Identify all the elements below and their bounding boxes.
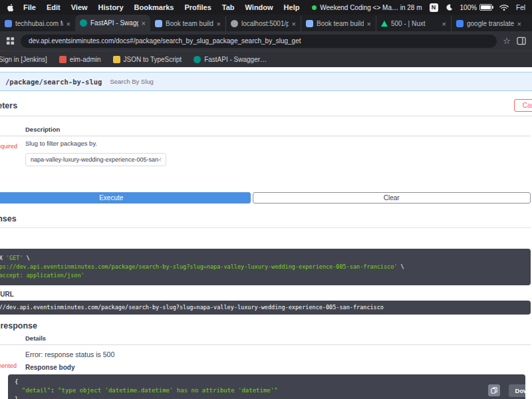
meeting-status[interactable]: Weekend Coding <> Ma… in 28 m [312, 4, 422, 11]
tab-search-grid-icon[interactable] [6, 37, 15, 45]
download-response-button[interactable]: Download [509, 384, 525, 397]
copy-response-button[interactable] [488, 384, 500, 396]
tab-techhubai-mail[interactable]: techhubai.com Mail × [0, 16, 75, 31]
cancel-button[interactable]: Cancel [514, 99, 532, 112]
battery-status[interactable]: 100% [460, 4, 493, 11]
bookmark-label: eim-admin [70, 56, 101, 63]
bookmark-label: JSON to TypeScript [124, 56, 182, 63]
menu-bookmarks[interactable]: Bookmarks [134, 3, 174, 11]
menubar-menus: File Edit View History Bookmarks Profile… [23, 3, 299, 11]
battery-icon [479, 4, 492, 11]
tab-title: google translate - [467, 20, 514, 27]
tab-title: Book team building [166, 20, 213, 27]
menu-window[interactable]: Window [245, 3, 273, 11]
parameters-title: Parameters [0, 101, 17, 110]
curl-line: curl -X 'GET' \ [0, 254, 524, 263]
tab-google-translate[interactable]: google translate - × [451, 16, 526, 31]
parameter-location: (query) [0, 162, 25, 168]
tab-nuxt-500[interactable]: 500 - | Nuxt × [376, 16, 451, 31]
parameters-header: Parameters Cancel [0, 96, 532, 116]
curl-label: Curl [0, 237, 531, 245]
bookmark-label: FastAPI - Swagger… [204, 56, 267, 63]
menu-view[interactable]: View [71, 3, 88, 11]
bookmark-eim-admin[interactable]: eim-admin [59, 56, 101, 63]
swagger-ui: GET /package/search-by-slug Search By Sl… [0, 67, 532, 399]
address-bar[interactable]: dev.api.eventsinminutes.com/docs#/packag… [21, 35, 497, 48]
slug-input[interactable] [25, 153, 166, 166]
apple-menu-icon[interactable] [7, 3, 14, 12]
tab-close-icon[interactable]: × [217, 20, 221, 28]
response-code: 500 [0, 350, 25, 358]
response-details-cell: Error: response status is 500 Response b… [25, 350, 531, 399]
tab-title: FastAPI - Swagger [90, 19, 138, 27]
name-column-header: Name [0, 126, 25, 133]
nuxt-favicon [381, 21, 388, 27]
server-response-table: Code Details 500 Undocumented Error: res… [0, 334, 532, 399]
menu-edit[interactable]: Edit [47, 3, 61, 11]
menubar-status-area: Weekend Coding <> Ma… in 28 m N 100% Fel [312, 3, 525, 12]
tab-book-team-building-1[interactable]: Book team building × [150, 16, 225, 31]
side-panel-icon[interactable] [517, 37, 526, 45]
wifi-icon[interactable] [499, 4, 509, 11]
parameters-table-head: Name Description [0, 126, 531, 136]
bookmark-json-to-typescript[interactable]: JSON to TypeScript [113, 56, 182, 63]
tab-close-icon[interactable]: × [367, 20, 371, 28]
translate-favicon [456, 20, 464, 27]
focus-moon-icon[interactable] [446, 4, 453, 11]
meeting-dot-icon [312, 5, 317, 10]
tab-localhost[interactable]: localhost:5001/pa × [225, 16, 301, 31]
notion-icon[interactable]: N [430, 3, 438, 12]
curl-command: curl -X 'GET' \ 'https://dev.api.eventsi… [0, 249, 531, 285]
tab-close-icon[interactable]: × [142, 19, 146, 27]
endpoint-header[interactable]: GET /package/search-by-slug Search By Sl… [0, 72, 532, 91]
details-column-header: Details [25, 334, 531, 342]
macos-screen: File Edit View History Bookmarks Profile… [0, 0, 532, 399]
book-favicon [306, 20, 313, 27]
tab-title: localhost:5001/pa [241, 20, 289, 27]
server-response-table-head: Code Details [0, 334, 531, 345]
server-response-title: Server response [0, 321, 531, 331]
fastapi-favicon [194, 56, 201, 63]
code-column-header: Code [0, 334, 25, 342]
curl-line: 'https://dev.api.eventsinminutes.com/pac… [0, 263, 524, 271]
body-line: } [15, 395, 519, 399]
url-text: dev.api.eventsinminutes.com/docs#/packag… [29, 37, 301, 45]
execute-row: Execute Clear [0, 192, 531, 203]
required-badge: required [0, 143, 17, 150]
request-url-label: Request URL [0, 291, 531, 298]
menu-file[interactable]: File [23, 3, 36, 11]
parameter-type: string [0, 153, 25, 160]
response-body-block: { "detail": "type object 'datetime.datet… [8, 374, 525, 399]
request-url-value: https://dev.api.eventsinminutes.com/pack… [0, 301, 531, 315]
meeting-label: Weekend Coding <> Ma… in 28 m [320, 4, 422, 11]
bookmark-star-icon[interactable]: ☆ [503, 37, 511, 45]
tab-title: Book team building [317, 20, 364, 27]
tab-book-team-building-2[interactable]: Book team building × [301, 16, 376, 31]
responses-title: Responses [0, 214, 531, 228]
user-menu[interactable]: Fel [516, 4, 525, 11]
execute-button[interactable]: Execute [0, 192, 251, 203]
bookmark-jenkins[interactable]: Sign in [Jenkins] [0, 56, 47, 63]
tab-title: techhubai.com Mail [15, 20, 63, 27]
menu-tab[interactable]: Tab [222, 3, 235, 11]
json-ts-favicon [113, 56, 120, 63]
menu-history[interactable]: History [98, 3, 124, 11]
menu-profiles[interactable]: Profiles [184, 3, 211, 11]
mail-favicon [5, 20, 12, 27]
tab-close-icon[interactable]: × [442, 20, 446, 28]
bookmark-fastapi-swagger[interactable]: FastAPI - Swagger… [194, 56, 267, 63]
book-favicon [155, 20, 162, 27]
tab-fastapi-swagger[interactable]: FastAPI - Swagger × [75, 15, 150, 31]
menu-help[interactable]: Help [284, 3, 300, 11]
tab-close-icon[interactable]: × [517, 20, 521, 28]
parameter-description-cell: Slug to filter packages by. [25, 139, 531, 168]
clear-button[interactable]: Clear [253, 192, 531, 203]
bookmark-label: Sign in [Jenkins] [0, 56, 47, 63]
response-row: 500 Undocumented Error: response status … [0, 345, 531, 399]
tab-close-icon[interactable]: × [292, 20, 296, 28]
bookmarks-bar: Sign in [Jenkins] eim-admin JSON to Type… [0, 51, 532, 67]
endpoint-summary: Search By Slug [110, 78, 153, 85]
endpoint-path: /package/search-by-slug [5, 78, 102, 86]
body-line: { [15, 378, 519, 386]
tab-close-icon[interactable]: × [66, 20, 70, 28]
